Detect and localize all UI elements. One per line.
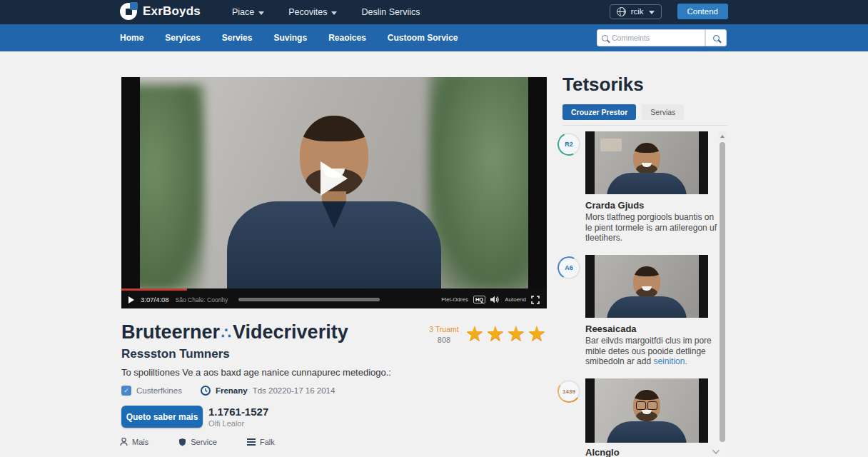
testimonial-text: Bar eilvds margoitfdi clus im pore mible… bbox=[585, 336, 722, 367]
footer-link-falk[interactable]: Falk bbox=[247, 438, 275, 446]
search-icon bbox=[713, 35, 720, 41]
chevron-down-icon bbox=[331, 11, 337, 15]
caption-label: São Chale: Coonhy bbox=[176, 296, 228, 303]
description: To spoliltiones Ve a aos baxd age nanice… bbox=[121, 367, 391, 378]
play-button[interactable] bbox=[321, 161, 348, 196]
nav-item-home[interactable]: Home bbox=[120, 33, 143, 43]
nav-item-reaoices[interactable]: Reaoices bbox=[328, 33, 366, 43]
footer-link-label: Mais bbox=[132, 438, 148, 446]
pillarbox-right bbox=[528, 77, 547, 288]
sidebar-scrollbar[interactable] bbox=[719, 131, 726, 457]
topnav-item-pecovites[interactable]: Pecovites bbox=[288, 7, 337, 17]
testimonial-text-body: Bar eilvds margoitfdi clus im pore mible… bbox=[585, 336, 712, 366]
glasses-decor bbox=[635, 401, 659, 408]
navbar-items: Home Seryices Servies Suvings Reaoices C… bbox=[120, 24, 458, 51]
topnav-item-label: Deslin Serviics bbox=[361, 7, 420, 17]
title-right: Videcriverity bbox=[233, 321, 348, 343]
footer-link-label: Service bbox=[191, 438, 217, 446]
thumb-torso bbox=[607, 421, 687, 443]
title-left: Bruteerner bbox=[121, 321, 220, 343]
search-area bbox=[597, 29, 727, 46]
testimonial-name: Alcnglo bbox=[585, 447, 620, 457]
meta-row: ✓ Custerfkines Frenany Tds 20220-17 16 2… bbox=[121, 386, 335, 396]
search-button[interactable] bbox=[705, 29, 727, 46]
rating-block: 3 Truamt 808 bbox=[425, 325, 463, 344]
topbar: ExrBoyds Piace Pecovites Deslin Serviics… bbox=[0, 0, 868, 24]
page-title: Bruteerner∴Videcriverity bbox=[121, 321, 348, 343]
meta-date-bold: Frenany bbox=[216, 386, 248, 395]
page: ExrBoyds Piace Pecovites Deslin Serviics… bbox=[0, 0, 868, 457]
seek-bar[interactable] bbox=[238, 298, 380, 301]
scroll-up-button[interactable] bbox=[719, 131, 726, 141]
footer-link-mais[interactable]: Mais bbox=[120, 438, 148, 446]
tag-icon: ✓ bbox=[121, 386, 131, 396]
testimonial-text: Mors tlatfneg porgiools buantis on le pi… bbox=[585, 212, 722, 243]
logo[interactable]: ExrBoyds bbox=[120, 3, 201, 20]
contend-button[interactable]: Contend bbox=[677, 4, 728, 19]
topnav-item-piace[interactable]: Piace bbox=[232, 7, 264, 17]
divider bbox=[562, 125, 728, 126]
chevron-down-icon[interactable] bbox=[712, 447, 721, 453]
play-control-icon[interactable] bbox=[128, 296, 134, 303]
search-icon bbox=[602, 35, 608, 41]
video-frame[interactable] bbox=[121, 77, 547, 288]
testimonial-thumbnail[interactable] bbox=[585, 131, 708, 194]
thumb-head bbox=[633, 266, 660, 298]
nav-item-suvings[interactable]: Suvings bbox=[273, 33, 307, 43]
testimonial-name: Reesaicada bbox=[585, 323, 637, 334]
topnav-item-label: Piace bbox=[232, 7, 254, 17]
clock-icon bbox=[201, 386, 211, 396]
volume-icon[interactable] bbox=[490, 296, 500, 303]
sidebar-tabs: Crouzer Prestor Servias bbox=[562, 104, 684, 120]
footer-link-label: Falk bbox=[260, 438, 275, 446]
testimonial-name: Crarda Gjuds bbox=[585, 200, 644, 211]
nav-item-custoom-sorvice[interactable]: Custoom Sorvice bbox=[388, 33, 458, 43]
footer-link-service[interactable]: Service bbox=[178, 438, 217, 446]
thumb-scene bbox=[595, 378, 699, 443]
video-player: 3:07/4:08 São Chale: Coonhy Ftel-Odres H… bbox=[121, 77, 547, 308]
subtitle: Ressston Tumners bbox=[121, 347, 230, 361]
logo-icon bbox=[120, 3, 137, 20]
fullscreen-icon[interactable] bbox=[531, 296, 540, 304]
search-box bbox=[597, 29, 705, 46]
topnav-item-deslin-serviics[interactable]: Deslin Serviics bbox=[361, 7, 420, 17]
testimonial-link[interactable]: seinition. bbox=[653, 356, 687, 366]
phone-number: 1.1761-1527 bbox=[208, 406, 268, 418]
topbar-right: rcik Contend bbox=[610, 4, 728, 19]
testimonial-thumbnail[interactable] bbox=[585, 378, 708, 443]
meta-date: Frenany Tds 20220-17 16 2014 bbox=[201, 386, 335, 396]
testimonial-thumbnail[interactable] bbox=[585, 255, 708, 318]
thumb-torso bbox=[607, 296, 687, 318]
rating-label: 3 Truamt bbox=[425, 325, 463, 333]
testimonial-item[interactable]: A6 Reesaicada Bar eilvds margoitfdi clus… bbox=[559, 255, 728, 369]
globe-icon bbox=[617, 7, 626, 16]
language-selector[interactable]: rcik bbox=[610, 4, 662, 19]
tab-crouzer-prestor[interactable]: Crouzer Prestor bbox=[562, 104, 636, 120]
hq-badge[interactable]: HQ bbox=[473, 296, 485, 303]
shelf-decor bbox=[600, 139, 622, 151]
testimonial-item[interactable]: 1439 Alcnglo bbox=[559, 378, 728, 457]
item-badge: 1439 bbox=[559, 381, 579, 401]
language-label: rcik bbox=[631, 7, 644, 16]
pillarbox-left bbox=[121, 77, 140, 288]
tab-servias[interactable]: Servias bbox=[642, 104, 684, 120]
thumb-head bbox=[633, 143, 660, 174]
autoplay-label: Autoend bbox=[505, 296, 526, 303]
quero-saber-mais-button[interactable]: Queto saber mais bbox=[121, 406, 203, 428]
meta-category[interactable]: ✓ Custerfkines bbox=[121, 386, 182, 396]
presenter bbox=[220, 116, 448, 288]
nav-item-seryices[interactable]: Seryices bbox=[165, 33, 200, 43]
meta-category-label: Custerfkines bbox=[136, 386, 182, 395]
rating-count: 808 bbox=[425, 336, 463, 344]
testimonial-item[interactable]: R2 Crarda Gjuds Mors tlatfneg porgiools … bbox=[559, 131, 728, 246]
controls-row: 3:07/4:08 São Chale: Coonhy Ftel-Odres H… bbox=[121, 291, 547, 308]
item-badge: R2 bbox=[559, 134, 579, 154]
logo-text: ExrBoyds bbox=[143, 4, 201, 19]
thumb-scene bbox=[595, 131, 699, 194]
nav-item-servies[interactable]: Servies bbox=[222, 33, 253, 43]
scrollbar-thumb[interactable] bbox=[720, 142, 725, 442]
person-icon bbox=[120, 438, 128, 446]
shield-icon bbox=[178, 438, 186, 446]
search-input[interactable] bbox=[612, 34, 690, 42]
presenter-torso bbox=[227, 201, 441, 288]
